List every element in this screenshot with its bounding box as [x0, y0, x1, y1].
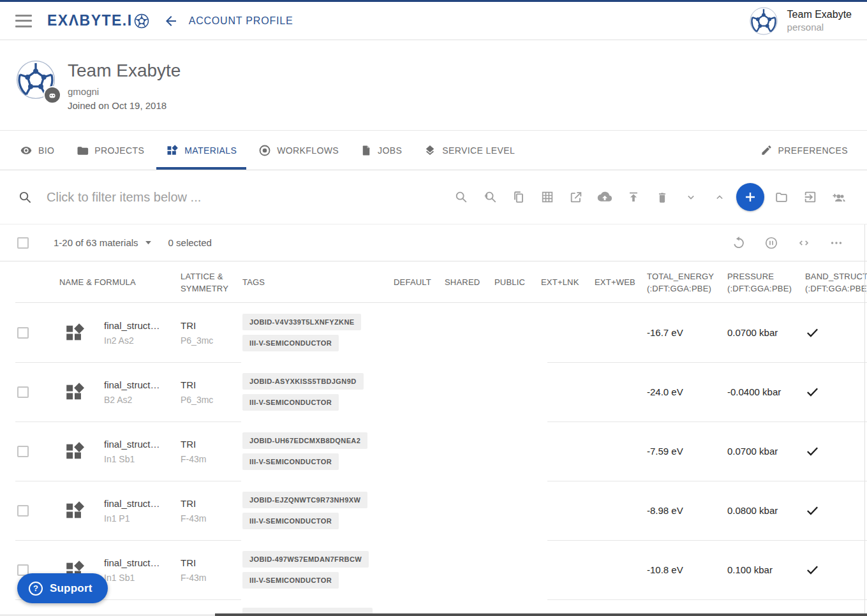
eye-icon — [20, 144, 33, 157]
pressure-value: -0.0400 kbar — [727, 362, 805, 422]
col-pressure: PRESSURE — [727, 270, 774, 282]
copy-button[interactable] — [504, 184, 533, 210]
tag-chip[interactable]: III-V-SEMICONDUCTOR — [242, 335, 339, 351]
pagination-dropdown[interactable]: 1-20 of 63 materials — [54, 237, 152, 248]
lattice-type: TRI — [181, 320, 213, 331]
grid-view-button[interactable] — [533, 184, 561, 210]
select-all-checkbox[interactable] — [17, 237, 29, 249]
chevron-up-icon — [713, 191, 726, 203]
ext-lnk-cell — [541, 481, 595, 540]
brand-text: EXΛBYTE.I — [47, 12, 133, 29]
tab-bar: BIO PROJECTS MATERIALS WORKFLOWS JOBS — [0, 131, 867, 170]
table-row[interactable]: final_struct… In1 Sb1 TRI F-43m JOBID-49… — [0, 540, 867, 599]
ext-web-cell — [595, 481, 647, 540]
collapse-up-button[interactable] — [705, 184, 734, 210]
tab-preferences[interactable]: PREFERENCES — [751, 131, 852, 170]
shared-cell — [445, 540, 494, 599]
more-options-button[interactable] — [822, 230, 850, 256]
tab-jobs[interactable]: JOBS — [351, 131, 411, 170]
col-default: DEFAULT — [394, 276, 431, 288]
row-checkbox[interactable] — [17, 505, 29, 517]
filter-input[interactable] — [47, 190, 327, 205]
col-ext-web: EXT+WEB — [595, 276, 635, 288]
plus-icon — [743, 189, 758, 205]
table-controls: 1-20 of 63 materials 0 selected — [0, 224, 867, 261]
folder-button[interactable] — [767, 184, 796, 210]
total-energy-value: -24.0 eV — [647, 362, 727, 422]
profile-username: gmogni — [68, 86, 181, 97]
refresh-button[interactable] — [724, 230, 753, 256]
import-button[interactable] — [796, 184, 824, 210]
tab-bio[interactable]: BIO — [10, 131, 64, 170]
open-in-new-button[interactable] — [561, 184, 590, 210]
default-cell — [394, 362, 445, 422]
material-name[interactable]: final_struct… — [104, 320, 160, 331]
col-public: PUBLIC — [494, 276, 525, 288]
collapse-down-button[interactable] — [676, 184, 705, 210]
materials-table: NAME & FORMULA LATTICE & SYMMETRY TAGS D… — [0, 261, 867, 616]
table-row[interactable]: final_struct… In1 Sb1 TRI F-43m JOBID-UH… — [0, 422, 867, 481]
selected-count: 0 selected — [168, 237, 212, 248]
tag-chip[interactable]: JOBID-V4V339T5LXNFYZKNE — [242, 314, 361, 330]
tag-chip[interactable]: JOBID-UH67EDCMXB8DQNEA2 — [242, 432, 367, 449]
material-formula: In2 As2 — [104, 335, 160, 346]
material-icon — [64, 381, 85, 403]
copy-icon — [512, 190, 526, 204]
row-checkbox[interactable] — [17, 327, 29, 339]
tag-chip[interactable]: III-V-SEMICONDUCTOR — [242, 453, 339, 470]
material-name[interactable]: final_struct… — [104, 498, 160, 509]
tag-chip[interactable]: III-V-SEMICONDUCTOR — [242, 513, 339, 529]
table-row[interactable]: final_struct… In1 P1 TRI F-43m JOBID-EJZ… — [0, 481, 867, 540]
undo-icon — [732, 236, 746, 250]
table-row[interactable]: final_struct… In2 As2 TRI P6_3mc JOBID-V… — [0, 303, 867, 362]
delete-button[interactable] — [648, 184, 676, 210]
profile-name: Team Exabyte — [68, 61, 181, 81]
open-in-new-icon — [569, 190, 583, 204]
search-button[interactable] — [447, 184, 475, 210]
tag-chip[interactable]: JOBID-497WS7EMDAN7FRBCW — [242, 551, 369, 568]
material-name[interactable]: final_struct… — [104, 557, 160, 568]
shared-cell — [445, 303, 494, 362]
material-name[interactable]: final_struct… — [104, 379, 160, 390]
search-history-button[interactable] — [475, 184, 504, 210]
col-band-structure: BAND_STRUCTURE — [805, 270, 867, 282]
checkmark-icon — [805, 444, 820, 458]
page-title: ACCOUNT PROFILE — [189, 15, 293, 27]
tab-projects[interactable]: PROJECTS — [66, 131, 154, 170]
vertical-scrollbar[interactable] — [864, 224, 865, 613]
pause-button[interactable] — [757, 230, 785, 256]
material-name[interactable]: final_struct… — [104, 439, 160, 450]
brand-logo[interactable]: EXΛBYTE.I — [47, 12, 149, 29]
col-shared: SHARED — [445, 276, 480, 288]
lattice-type: TRI — [181, 439, 206, 450]
more-horizontal-icon — [829, 236, 843, 250]
checkmark-icon — [805, 325, 820, 340]
table-row[interactable]: final_struct… B2 As2 TRI P6_3mc JOBID-AS… — [0, 362, 867, 422]
support-button[interactable]: ? Support — [17, 573, 108, 603]
tag-chip[interactable]: JOBID-ASYXKISS5TBDJGN9D — [242, 373, 364, 390]
horizontal-scrollbar-thumb[interactable] — [215, 613, 867, 616]
add-material-button[interactable] — [736, 183, 764, 211]
tag-chip[interactable]: III-V-SEMICONDUCTOR — [242, 572, 339, 589]
tab-service-level[interactable]: SERVICE LEVEL — [414, 131, 524, 170]
lattice-type: TRI — [181, 379, 213, 390]
tag-chip[interactable]: III-V-SEMICONDUCTOR — [242, 394, 339, 411]
code-view-button[interactable] — [789, 230, 818, 256]
tab-materials[interactable]: MATERIALS — [156, 131, 246, 170]
tab-workflows[interactable]: WORKFLOWS — [249, 131, 348, 170]
ext-web-cell — [595, 303, 647, 362]
row-checkbox[interactable] — [17, 446, 29, 457]
material-formula: In1 Sb1 — [104, 573, 160, 583]
back-arrow-icon[interactable] — [163, 13, 179, 29]
hamburger-menu-icon[interactable] — [15, 15, 32, 27]
public-cell — [494, 362, 541, 422]
tag-chip[interactable]: JOBID-EJZQNWTC9R73NH9XW — [242, 492, 367, 508]
public-cell — [494, 481, 541, 540]
material-formula: In1 P1 — [104, 513, 160, 524]
upload-button[interactable] — [619, 184, 648, 210]
row-checkbox[interactable] — [17, 386, 29, 398]
share-with-team-button[interactable] — [824, 184, 853, 210]
cloud-upload-button[interactable] — [590, 184, 619, 210]
account-menu[interactable]: Team Exabyte personal — [749, 6, 852, 36]
pagination-range: 1-20 of 63 materials — [54, 237, 138, 248]
